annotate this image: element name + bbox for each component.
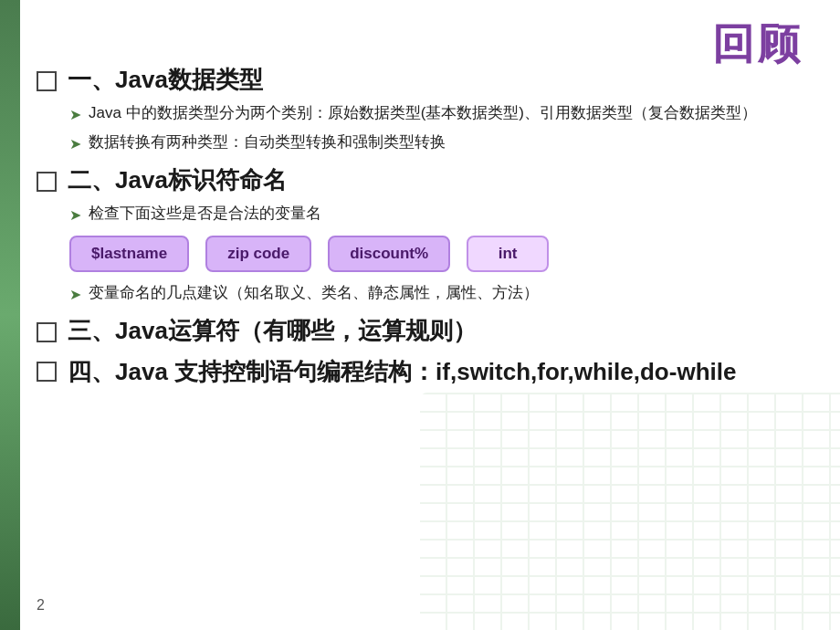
checkbox-icon-4 <box>37 362 57 382</box>
section-2-heading: 二、Java标识符命名 <box>37 164 822 196</box>
section-1: 一、Java数据类型 ➤ Java 中的数据类型分为两个类别：原始数据类型(基本… <box>37 64 822 155</box>
section-2-subitem-1: ➤ 检查下面这些是否是合法的变量名 <box>69 202 822 226</box>
section-1-subitem-1: ➤ Java 中的数据类型分为两个类别：原始数据类型(基本数据类型)、引用数据类… <box>69 101 822 126</box>
main-content: 一、Java数据类型 ➤ Java 中的数据类型分为两个类别：原始数据类型(基本… <box>37 64 822 397</box>
pill-zipcode: zip code <box>205 236 311 272</box>
section-2-subitems: ➤ 检查下面这些是否是合法的变量名 <box>69 202 822 226</box>
pill-discount: discount% <box>328 236 450 272</box>
section-4-heading: 四、Java 支持控制语句编程结构：if,switch,for,while,do… <box>37 356 822 388</box>
section-1-subitem-2: ➤ 数据转换有两种类型：自动类型转换和强制类型转换 <box>69 131 822 155</box>
pill-lastname: $lastname <box>69 236 189 272</box>
arrow-icon-2: ➤ <box>69 133 81 155</box>
left-border-decoration <box>0 0 20 630</box>
section-4: 四、Java 支持控制语句编程结构：if,switch,for,while,do… <box>37 356 822 388</box>
section-1-subitems: ➤ Java 中的数据类型分为两个类别：原始数据类型(基本数据类型)、引用数据类… <box>69 101 822 155</box>
section-4-title: 四、Java 支持控制语句编程结构：if,switch,for,while,do… <box>68 356 736 388</box>
background-decoration <box>420 393 840 630</box>
section-2: 二、Java标识符命名 ➤ 检查下面这些是否是合法的变量名 $lastname … <box>37 164 822 306</box>
checkbox-icon-3 <box>37 322 57 342</box>
section-3-title: 三、Java运算符（有哪些，运算规则） <box>68 315 477 347</box>
arrow-icon-3: ➤ <box>69 205 81 226</box>
section-2-extra: ➤ 变量命名的几点建议（知名取义、类名、静态属性，属性、方法） <box>69 281 822 306</box>
page-number: 2 <box>37 597 45 614</box>
section-2-title: 二、Java标识符命名 <box>68 164 287 196</box>
section-2-extra-content: 变量命名的几点建议（知名取义、类名、静态属性，属性、方法） <box>89 281 539 305</box>
section-3-heading: 三、Java运算符（有哪些，运算规则） <box>37 315 822 347</box>
section-1-heading: 一、Java数据类型 <box>37 64 822 96</box>
pill-int: int <box>467 236 549 272</box>
section-1-subitem-2-text: 数据转换有两种类型：自动类型转换和强制类型转换 <box>89 131 446 154</box>
arrow-icon-4: ➤ <box>69 284 81 306</box>
pills-row: $lastname zip code discount% int <box>69 236 822 272</box>
section-1-subitem-1-text: Java 中的数据类型分为两个类别：原始数据类型(基本数据类型)、引用数据类型（… <box>89 101 757 125</box>
checkbox-icon-1 <box>37 71 57 91</box>
checkbox-icon-2 <box>37 172 57 192</box>
arrow-icon-1: ➤ <box>69 104 81 126</box>
section-3: 三、Java运算符（有哪些，运算规则） <box>37 315 822 347</box>
section-2-subitem-1-text: 检查下面这些是否是合法的变量名 <box>89 202 321 226</box>
section-1-title: 一、Java数据类型 <box>68 64 263 96</box>
section-2-extra-text: ➤ 变量命名的几点建议（知名取义、类名、静态属性，属性、方法） <box>69 281 822 306</box>
